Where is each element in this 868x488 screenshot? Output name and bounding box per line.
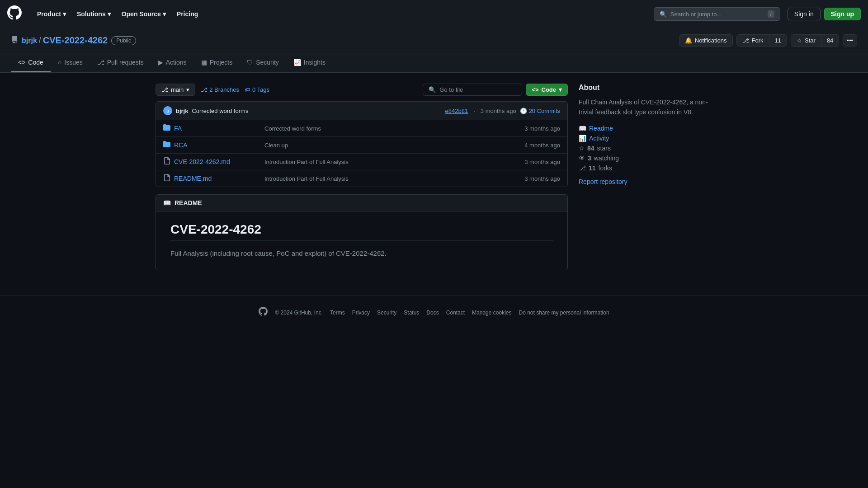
readme-title: CVE-2022-4262 — [170, 222, 553, 241]
latest-commit-row: b bjrjk Corrected word forms e842b81 · 3… — [156, 102, 567, 120]
readme-body: Full Analysis (including root cause, PoC… — [170, 248, 553, 259]
visibility-badge: Public — [111, 36, 136, 45]
nav-product[interactable]: Product ▾ — [33, 7, 71, 21]
bell-icon: 🔔 — [685, 37, 692, 44]
star-group: ☆ Star 84 — [791, 34, 839, 47]
about-section: About Full Chain Analysis of CVE-2022-42… — [579, 84, 712, 185]
nav-open-source[interactable]: Open Source ▾ — [117, 7, 170, 21]
file-readme-link[interactable]: README.md — [174, 175, 264, 182]
commit-author-avatar: b — [163, 106, 172, 115]
security-icon: 🛡 — [247, 59, 253, 66]
branch-count-icon: ⎇ — [201, 86, 208, 93]
footer-do-not-share[interactable]: Do not share my personal information — [519, 310, 609, 316]
projects-icon: ▦ — [201, 59, 207, 66]
repo-name-link[interactable]: CVE-2022-4262 — [43, 35, 108, 46]
fork-group: ⎇ Fork 11 — [736, 34, 787, 47]
tab-pull-requests[interactable]: ⎇ Pull requests — [90, 53, 151, 72]
repo-actions: 🔔 Notifications ⎇ Fork 11 ☆ Star 84 ••• — [679, 34, 857, 47]
commit-history: 🕐 20 Commits — [520, 108, 560, 114]
go-to-file-input[interactable]: 🔍 Go to file — [423, 84, 522, 96]
breadcrumb-separator: / — [39, 36, 41, 45]
footer-security[interactable]: Security — [377, 310, 396, 316]
file-icon — [163, 157, 170, 166]
footer-copyright: © 2024 GitHub, Inc. — [275, 310, 323, 316]
footer-privacy[interactable]: Privacy — [352, 310, 370, 316]
book-icon: 📖 — [579, 125, 586, 132]
signup-button[interactable]: Sign up — [824, 8, 861, 20]
commit-sha-link[interactable]: e842b81 — [445, 108, 468, 114]
fork-icon: ⎇ — [742, 37, 749, 44]
nav-solutions[interactable]: Solutions ▾ — [72, 7, 115, 21]
folder-icon — [163, 141, 170, 150]
star-count-button[interactable]: 84 — [821, 35, 839, 46]
folder-fa-link[interactable]: FA — [174, 125, 264, 132]
main-content: ⎇ main ▾ ⎇ 2 Branches 🏷 0 Tags — [145, 73, 723, 281]
tag-icon: 🏷 — [245, 86, 250, 93]
book-icon: 📖 — [163, 199, 171, 206]
repo-header: bjrjk / CVE-2022-4262 Public 🔔 Notificat… — [0, 28, 868, 53]
commits-history-link[interactable]: 20 Commits — [529, 108, 560, 114]
signin-button[interactable]: Sign in — [788, 8, 821, 20]
tab-projects[interactable]: ▦ Projects — [194, 53, 240, 72]
search-icon: 🔍 — [660, 11, 667, 18]
more-options-button[interactable]: ••• — [843, 34, 857, 47]
code-icon: <> — [18, 59, 25, 66]
stars-stat: ☆ 84 stars — [579, 145, 712, 152]
chevron-down-icon: ▾ — [63, 10, 66, 18]
file-row-cve-md: CVE-2022-4262.md Introduction Part of Fu… — [156, 154, 567, 170]
repo-owner-link[interactable]: bjrjk — [22, 37, 37, 45]
about-links: 📖 Readme 📊 Activity ☆ 84 stars 👁 3 watch… — [579, 125, 712, 185]
repo-icon — [11, 36, 18, 45]
eye-icon: 👁 — [579, 155, 585, 162]
watching-stat: 👁 3 watching — [579, 155, 712, 162]
code-button[interactable]: <> Code ▾ — [526, 84, 568, 96]
readme-header: 📖 README — [156, 195, 567, 211]
footer: © 2024 GitHub, Inc. Terms Privacy Securi… — [0, 296, 868, 329]
tab-code[interactable]: <> Code — [11, 53, 51, 72]
footer-contact[interactable]: Contact — [446, 310, 465, 316]
report-repo-link[interactable]: Report repository — [579, 178, 712, 185]
repo-tabs: <> Code ○ Issues ⎇ Pull requests ▶ Actio… — [0, 53, 868, 73]
nav-right: Sign in Sign up — [788, 8, 861, 20]
tab-issues[interactable]: ○ Issues — [51, 53, 90, 72]
search-bar[interactable]: 🔍 Search or jump to... / — [654, 7, 780, 21]
footer-status[interactable]: Status — [404, 310, 419, 316]
branch-icon: ⎇ — [161, 86, 168, 93]
notifications-button[interactable]: 🔔 Notifications — [679, 34, 733, 47]
tags-link[interactable]: 🏷 0 Tags — [245, 86, 269, 93]
readme-link[interactable]: 📖 Readme — [579, 125, 712, 132]
readme-section: 📖 README CVE-2022-4262 Full Analysis (in… — [156, 194, 568, 270]
fork-icon: ⎇ — [579, 164, 586, 172]
file-row-fa: FA Corrected word forms 3 months ago — [156, 120, 567, 137]
tab-security[interactable]: 🛡 Security — [240, 53, 286, 72]
branch-selector[interactable]: ⎇ main ▾ — [156, 84, 195, 96]
search-placeholder: Search or jump to... — [670, 11, 768, 18]
star-icon: ☆ — [579, 145, 585, 152]
insights-icon: 📈 — [293, 59, 301, 66]
footer-manage-cookies[interactable]: Manage cookies — [472, 310, 511, 316]
chevron-down-icon: ▾ — [163, 10, 166, 18]
footer-docs[interactable]: Docs — [426, 310, 439, 316]
activity-link[interactable]: 📊 Activity — [579, 135, 712, 142]
chevron-down-icon: ▾ — [186, 86, 189, 93]
tab-insights[interactable]: 📈 Insights — [286, 53, 333, 72]
star-icon: ☆ — [797, 37, 802, 44]
tab-actions[interactable]: ▶ Actions — [151, 53, 194, 72]
github-logo[interactable] — [7, 5, 22, 23]
star-button[interactable]: ☆ Star — [791, 35, 821, 46]
file-table: b bjrjk Corrected word forms e842b81 · 3… — [156, 101, 568, 187]
branches-link[interactable]: ⎇ 2 Branches — [201, 86, 239, 93]
folder-rca-link[interactable]: RCA — [174, 141, 264, 149]
nav-pricing[interactable]: Pricing — [172, 7, 203, 21]
footer-terms[interactable]: Terms — [330, 310, 345, 316]
fork-button[interactable]: ⎇ Fork — [737, 35, 769, 46]
code-icon: <> — [532, 86, 538, 93]
fork-count-button[interactable]: 11 — [769, 35, 787, 46]
file-cve-md-link[interactable]: CVE-2022-4262.md — [174, 158, 264, 165]
ellipsis-icon: ••• — [847, 37, 853, 44]
forks-stat: ⎇ 11 forks — [579, 164, 712, 172]
top-navigation: Product ▾ Solutions ▾ Open Source ▾ Pric… — [0, 0, 868, 28]
clock-icon: 🕐 — [520, 108, 527, 114]
search-shortcut: / — [768, 10, 774, 18]
file-row-rca: RCA Clean up 4 months ago — [156, 137, 567, 154]
